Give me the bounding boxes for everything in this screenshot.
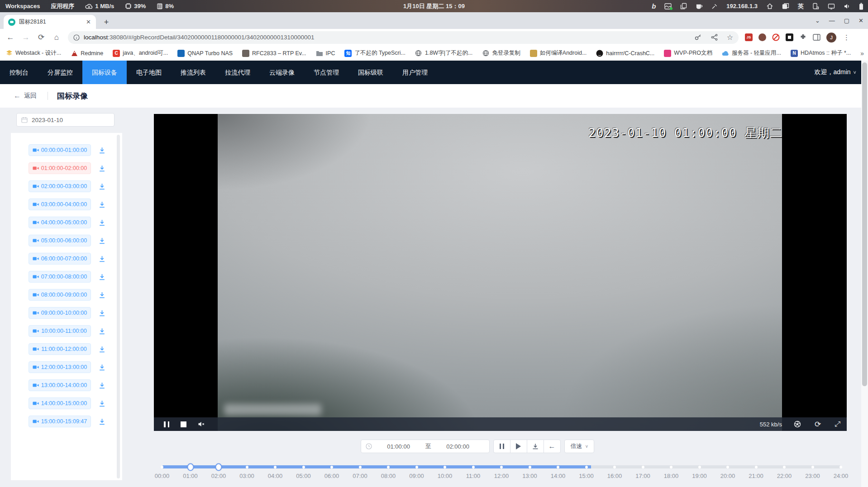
download-recording-button[interactable] [98,255,106,263]
display-icon[interactable] [828,3,835,9]
video-pause-icon[interactable] [164,421,169,427]
tab-close-icon[interactable]: ✕ [85,19,92,25]
download-recording-button[interactable] [98,345,106,353]
bookmark-star-icon[interactable]: ☆ [727,33,733,42]
bookmark-item[interactable]: 1.8W字|了不起的... [415,49,472,57]
download-recording-button[interactable] [98,201,106,208]
nav-item-控制台[interactable]: 控制台 [0,61,38,84]
browser-forward-icon[interactable]: → [18,33,33,42]
recording-segment-button[interactable]: 03:00:00-04:00:00 [29,199,91,210]
page-scrollbar[interactable] [861,61,868,487]
nav-item-国标设备[interactable]: 国标设备 [82,61,127,84]
window-minimize-icon[interactable]: — [829,17,835,24]
new-tab-button[interactable]: + [100,16,112,28]
recording-segment-button[interactable]: 06:00:00-07:00:00 [29,253,91,265]
recording-segment-button[interactable]: 05:00:00-06:00:00 [29,235,91,246]
download-recording-button[interactable] [98,400,106,407]
profile-avatar[interactable]: J [826,33,836,43]
nav-item-用户管理[interactable]: 用户管理 [393,61,437,84]
extension-blocker-icon[interactable] [772,33,780,41]
tab-search-icon[interactable]: ⌄ [815,17,820,24]
color-picker-icon[interactable] [711,3,718,9]
nav-item-电子地图[interactable]: 电子地图 [127,61,171,84]
time-range-input[interactable]: 01:00:00 至 02:00:00 [361,440,490,453]
bookmark-item[interactable]: QNAP Turbo NAS [177,50,233,57]
recording-segment-button[interactable]: 07:00:00-08:00:00 [29,271,91,283]
download-recording-button[interactable] [98,147,106,154]
page-scrollbar-thumb[interactable] [862,62,867,386]
share-icon[interactable] [711,34,718,41]
nav-item-推流列表[interactable]: 推流列表 [171,61,215,84]
recording-segment-button[interactable]: 02:00:00-03:00:00 [29,180,91,192]
download-recording-button[interactable] [98,183,106,190]
download-recording-button[interactable] [98,364,106,371]
window-switcher-icon[interactable] [782,3,789,9]
bookmark-item[interactable]: IPC [316,50,335,57]
timeline-slider[interactable]: 00:0001:0002:0003:0004:0005:0006:0007:00… [162,459,841,482]
recording-segment-button[interactable]: 15:00:00-15:09:47 [29,416,91,427]
video-stop-icon[interactable] [181,421,186,427]
bookmark-item[interactable]: NHDAtmos :: 种子 *... [791,49,851,57]
bookmark-item[interactable]: hairrrrr/C-CrashC... [596,50,654,57]
browser-menu-icon[interactable]: ⋮ [842,33,853,42]
bookmark-item[interactable]: Webstack - 设计... [5,49,61,57]
snapshot-aperture-icon[interactable] [794,421,801,428]
download-recording-button[interactable] [98,309,106,317]
recording-segment-button[interactable]: 04:00:00-05:00:00 [29,217,91,228]
refresh-icon[interactable]: ⟳ [815,420,821,429]
date-picker-input[interactable]: 2023-01-10 [16,113,114,127]
recording-segment-button[interactable]: 13:00:00-14:00:00 [29,379,91,391]
site-info-icon[interactable] [73,34,80,41]
download-recording-button[interactable] [98,382,106,389]
seek-back-button[interactable]: ← [544,440,561,453]
download-recording-button[interactable] [98,165,106,172]
language-indicator[interactable]: 英 [798,2,804,10]
video-player[interactable]: 2023-01-10 01:00:00 星期二 552 kb/s ⟳ ⤢ [154,114,847,431]
extension-dark-icon[interactable] [786,33,793,41]
download-recording-button[interactable] [98,291,106,299]
address-bar[interactable]: localhost:38080/#/gbRecordDetail/3402000… [68,31,739,44]
timeline-handle[interactable] [215,463,222,471]
nav-item-节点管理[interactable]: 节点管理 [304,61,348,84]
recording-segment-button[interactable]: 12:00:00-13:00:00 [29,361,91,373]
side-panel-icon[interactable] [813,34,820,41]
download-recording-button[interactable] [98,418,106,426]
clipboard-icon[interactable] [680,3,687,9]
recording-segment-button[interactable]: 14:00:00-15:00:00 [29,397,91,409]
volume-muted-icon[interactable] [198,421,205,427]
download-recording-button[interactable] [98,327,106,335]
extensions-puzzle-icon[interactable] [799,33,807,41]
bookmark-item[interactable]: Redmine [71,50,103,57]
home-icon[interactable] [766,3,773,9]
bookmark-item[interactable]: WVP-PRO文档 [664,49,712,57]
extension-js-icon[interactable]: JS [745,33,753,41]
recording-segment-button[interactable]: 08:00:00-09:00:00 [29,289,91,301]
applications-button[interactable]: 应用程序 [51,2,74,10]
browser-reload-icon[interactable]: ⟳ [33,33,49,42]
browser-back-icon[interactable]: ← [3,33,18,42]
download-recording-button[interactable] [98,237,106,245]
speed-dropdown[interactable]: 倍速 ˅ [564,440,595,453]
start-time-value[interactable]: 01:00:00 [372,443,425,450]
phone-link-icon[interactable] [812,3,819,9]
bookmark-item[interactable]: 免登录复制 [482,49,520,57]
browser-tab[interactable]: 国标28181 ✕ [4,15,96,29]
recording-segment-button[interactable]: 11:00:00-12:00:00 [29,343,91,355]
timeline-handle[interactable] [187,463,194,471]
download-recording-button[interactable] [98,273,106,281]
bookmark-item[interactable]: RFC2833 – RTP Ev... [242,50,306,57]
window-maximize-icon[interactable]: ▢ [844,17,849,24]
user-menu[interactable]: 欢迎，admin ˅ [814,68,868,76]
nav-item-国标级联[interactable]: 国标级联 [348,61,393,84]
ip-address[interactable]: 192.168.1.3 [726,3,758,9]
bing-icon[interactable]: b [652,3,656,9]
window-close-icon[interactable]: ✕ [858,17,863,24]
fullscreen-icon[interactable]: ⤢ [835,421,840,428]
nav-item-云端录像[interactable]: 云端录像 [260,61,304,84]
battery-icon[interactable] [859,3,863,10]
screenshot-tool-icon[interactable] [664,3,672,9]
nav-item-分屏监控[interactable]: 分屏监控 [38,61,82,84]
bookmarks-overflow-icon[interactable]: » [860,50,868,57]
bookmark-item[interactable]: 如何编译Android... [530,49,587,57]
recordings-scrollbar[interactable] [117,135,120,478]
